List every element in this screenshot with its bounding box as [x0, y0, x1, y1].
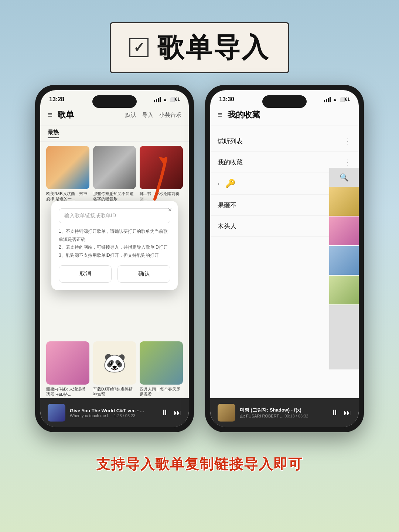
playlist-card-5[interactable]: 🐼 车载DJ开绝7妹虔婷精神氮泵 — [93, 341, 136, 397]
playlist-thumb-5: 🐼 — [93, 341, 136, 385]
search-icon-right[interactable]: 🔍 — [329, 168, 359, 187]
dialog-tips: 1、不支持链源打开歌单，请确认要打开的歌单为当前歌单源是否正确 2、若支持的网站… — [59, 228, 170, 259]
player-controls-left: ⏸ ⏭ — [161, 408, 181, 417]
status-icons-left: ▲ ⬜61 — [154, 96, 180, 102]
playlist-label-4: 甜蜜向R&B: 人浪漫捕诱器 R&B搭... — [46, 386, 89, 397]
cancel-button[interactable]: 取消 — [59, 265, 112, 283]
playlist-card-1[interactable]: 欧美R&B入坑曲：封神旋律 是谁的一... — [46, 146, 89, 201]
bottom-player-left: Give You The World C&T ver. - ... When y… — [40, 398, 189, 427]
right-side-panel: 🔍 — [329, 168, 359, 369]
right-phone: 13:30 ▲ ⬜61 ≡ 我的收藏 — [205, 85, 364, 432]
playlist-label-1: 欧美R&B入坑曲：封神旋律 是谁的一... — [46, 191, 89, 202]
title-banner: ✓ 歌单导入 — [110, 22, 289, 73]
dialog-close-button[interactable]: × — [168, 206, 172, 214]
signal-icon-right — [324, 97, 331, 102]
header-actions-left: 默认 导入 小芸音乐 — [125, 112, 181, 119]
key-emoji: 🔑 — [225, 179, 235, 188]
dialog-tip-3: 3、酷狗源不支持用歌单ID打开，但支持酷狗的打开 — [59, 252, 170, 260]
pause-button-left[interactable]: ⏸ — [161, 408, 169, 417]
playlist-card-4[interactable]: 甜蜜向R&B: 人浪漫捕诱器 R&B搭... — [46, 341, 89, 397]
import-dialog: × 输入歌单链接或歌单ID 1、不支持链源打开歌单，请确认要打开的歌单为当前歌单… — [51, 201, 178, 290]
battery-left: ⬜61 — [170, 97, 180, 102]
player-subtitle-right: 曲: FUSARI ROBERT ... 00:13 / 03:32 — [240, 413, 326, 419]
wifi-icon-right: ▲ — [332, 96, 338, 102]
player-info-right: 미행 (그림자: Shadow) - f(x) 曲: FUSARI ROBERT… — [240, 407, 326, 419]
right-content: 试听列表 ⋮ 我的收藏 ⋮ › 🔑 ⋮ 果砸不 — [210, 131, 359, 398]
menu-icon-right[interactable]: ≡ — [218, 110, 222, 120]
pause-button-right[interactable]: ⏸ — [331, 408, 339, 417]
arrow-annotation — [136, 155, 173, 203]
player-subtitle-left: When you touch me I ... 1:28 / 03:23 — [70, 413, 156, 418]
list-more-shiting[interactable]: ⋮ — [344, 137, 351, 146]
list-name-mutou: 木头人 — [218, 222, 340, 231]
dialog-input-field[interactable]: 输入歌单链接或歌单ID — [59, 208, 170, 223]
phones-container: 13:28 ▲ ⬜61 ≡ 歌单 默认 导 — [0, 85, 399, 432]
confirm-button[interactable]: 确认 — [117, 265, 170, 283]
tab-hottest[interactable]: 最热 — [48, 129, 59, 138]
playlist-label-5: 车载DJ开绝7妹虔婷精神氮泵 — [93, 386, 136, 397]
list-item-shiting[interactable]: 试听列表 ⋮ — [210, 131, 359, 152]
playlist-label-6: 四月人间｜每个春天尽是温柔 — [140, 386, 183, 397]
playlist-card-2[interactable]: 那些你熟悉却又不知道名字的轻音乐 — [93, 146, 136, 201]
bottom-grid-left: 甜蜜向R&B: 人浪漫捕诱器 R&B搭... 🐼 车载DJ开绝7妹虔婷精神氮泵 … — [40, 341, 189, 398]
list-name-shiting: 试听列表 — [218, 137, 340, 146]
album-mini-1[interactable] — [329, 187, 359, 216]
list-name-guoza: 果砸不 — [218, 201, 340, 209]
player-thumbnail-right — [218, 404, 235, 422]
playlist-thumb-4 — [46, 341, 89, 385]
battery-right: ⬜61 — [340, 97, 350, 102]
menu-icon-left[interactable]: ≡ — [48, 110, 52, 120]
dialog-tip-1: 1、不支持链源打开歌单，请确认要打开的歌单为当前歌单源是否正确 — [59, 228, 170, 243]
page-title: 歌单导入 — [157, 30, 270, 65]
bottom-player-right: 미행 (그림자: Shadow) - f(x) 曲: FUSARI ROBERT… — [210, 398, 359, 427]
action-import[interactable]: 导入 — [142, 112, 153, 119]
album-mini-4[interactable] — [329, 276, 359, 305]
right-screen: 13:30 ▲ ⬜61 ≡ 我的收藏 — [210, 90, 359, 427]
time-right: 13:30 — [219, 96, 234, 103]
app-title-left: 歌单 — [58, 109, 74, 120]
playlist-thumb-6 — [140, 341, 183, 385]
wifi-icon: ▲ — [163, 96, 168, 102]
playlist-grid-bottom: 甜蜜向R&B: 人浪漫捕诱器 R&B搭... 🐼 车载DJ开绝7妹虔婷精神氮泵 … — [46, 341, 183, 397]
player-title-right: 미행 (그림자: Shadow) - f(x) — [240, 407, 326, 413]
overlay-main-text: 支持导入歌单复制链接导入即可 — [4, 456, 395, 473]
player-thumbnail-left — [48, 404, 65, 422]
left-screen: 13:28 ▲ ⬜61 ≡ 歌单 默认 导 — [40, 90, 189, 427]
next-button-right[interactable]: ⏭ — [344, 409, 351, 417]
player-info-left: Give You The World C&T ver. - ... When y… — [70, 408, 156, 418]
dialog-buttons: 取消 确认 — [59, 265, 170, 283]
list-name-wode: 我的收藏 — [218, 158, 340, 167]
action-default[interactable]: 默认 — [125, 112, 136, 119]
action-xiaoyun[interactable]: 小芸音乐 — [159, 112, 181, 119]
album-mini-cards — [329, 187, 359, 369]
status-icons-right: ▲ ⬜61 — [324, 96, 350, 102]
playlist-card-6[interactable]: 四月人间｜每个春天尽是温柔 — [140, 341, 183, 397]
checkbox-icon: ✓ — [129, 38, 149, 57]
playlist-label-2: 那些你熟悉却又不知道名字的轻音乐 — [93, 191, 136, 202]
overlay-text-container: 支持导入歌单复制链接导入即可 — [4, 456, 395, 473]
tab-row-left: 最热 — [40, 126, 189, 141]
app-title-right: 我的收藏 — [228, 109, 260, 120]
playlist-thumb-1 — [46, 146, 89, 189]
player-controls-right: ⏸ ⏭ — [331, 408, 351, 417]
signal-icon — [154, 97, 161, 102]
list-more-wode[interactable]: ⋮ — [344, 158, 351, 167]
dynamic-island-left — [92, 95, 137, 108]
left-phone: 13:28 ▲ ⬜61 ≡ 歌单 默认 导 — [35, 85, 194, 432]
app-header-left: ≡ 歌单 默认 导入 小芸音乐 — [40, 106, 189, 126]
album-mini-2[interactable] — [329, 216, 359, 246]
playlist-thumb-2 — [93, 146, 136, 189]
album-mini-3[interactable] — [329, 246, 359, 276]
app-header-right: ≡ 我的收藏 — [210, 106, 359, 126]
player-title-left: Give You The World C&T ver. - ... — [70, 408, 156, 413]
chevron-icon-key: › — [218, 181, 219, 187]
next-button-left[interactable]: ⏭ — [174, 409, 181, 417]
dialog-tip-2: 2、若支持的网站，可链接导入，并指定导入歌单ID打开 — [59, 243, 170, 252]
dynamic-island-right — [262, 95, 307, 108]
time-left: 13:28 — [49, 96, 64, 103]
